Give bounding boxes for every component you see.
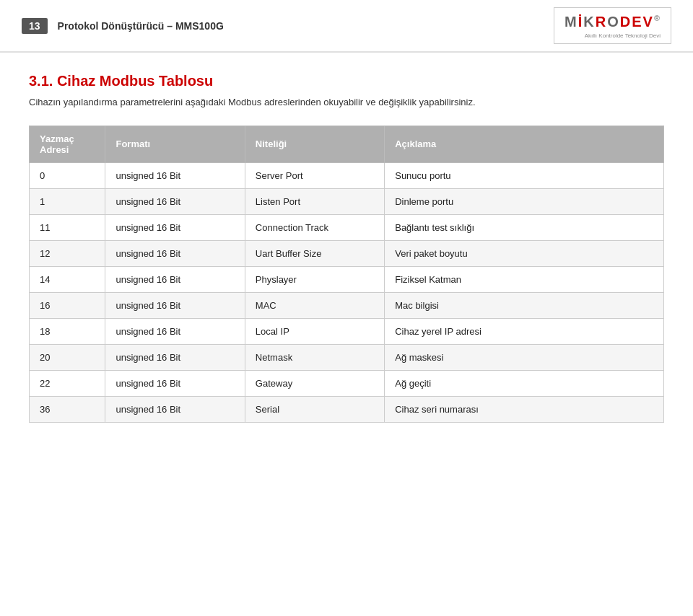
table-header: Yazmaç Adresi Formatı Niteliği Açıklama bbox=[30, 126, 664, 162]
cell-aciklama: Ağ geçiti bbox=[385, 370, 664, 396]
cell-nitelik: Connection Track bbox=[245, 214, 384, 240]
cell-aciklama: Veri paket boyutu bbox=[385, 240, 664, 266]
page-number: 13 bbox=[22, 18, 48, 34]
cell-format: unsigned 16 Bit bbox=[105, 240, 245, 266]
logo-subtitle: Akıllı Kontrolde Teknoloji Devi bbox=[585, 32, 661, 39]
table-row: 12unsigned 16 BitUart Buffer SizeVeri pa… bbox=[30, 240, 664, 266]
logo-dev: DEV bbox=[620, 14, 654, 30]
cell-nitelik: Netmask bbox=[245, 344, 384, 370]
table-row: 20unsigned 16 BitNetmaskAğ maskesi bbox=[30, 344, 664, 370]
cell-addr: 22 bbox=[30, 370, 105, 396]
logo-box: MİKRODEV® Akıllı Kontrolde Teknoloji Dev… bbox=[554, 7, 671, 44]
table-row: 0unsigned 16 BitServer PortSunucu portu bbox=[30, 162, 664, 188]
table-row: 11unsigned 16 BitConnection TrackBağlant… bbox=[30, 214, 664, 240]
col-header-nitelik: Niteliği bbox=[245, 126, 384, 162]
cell-nitelik: Listen Port bbox=[245, 188, 384, 214]
cell-addr: 1 bbox=[30, 188, 105, 214]
table-row: 18unsigned 16 BitLocal IPCihaz yerel IP … bbox=[30, 318, 664, 344]
cell-nitelik: Serial bbox=[245, 396, 384, 422]
table-row: 1unsigned 16 BitListen PortDinleme portu bbox=[30, 188, 664, 214]
cell-aciklama: Cihaz seri numarası bbox=[385, 396, 664, 422]
cell-aciklama: Cihaz yerel IP adresi bbox=[385, 318, 664, 344]
cell-format: unsigned 16 Bit bbox=[105, 214, 245, 240]
page-header: 13 Protokol Dönüştürücü – MMS100G MİKROD… bbox=[0, 0, 693, 53]
header-left: 13 Protokol Dönüştürücü – MMS100G bbox=[22, 18, 224, 34]
cell-addr: 11 bbox=[30, 214, 105, 240]
main-content: 3.1. Cihaz Modbus Tablosu Cihazın yapıla… bbox=[0, 53, 693, 443]
cell-nitelik: Gateway bbox=[245, 370, 384, 396]
cell-aciklama: Bağlantı test sıklığı bbox=[385, 214, 664, 240]
cell-addr: 12 bbox=[30, 240, 105, 266]
section-description: Cihazın yapılandırma parametrelerini aşa… bbox=[29, 95, 664, 110]
cell-aciklama: Dinleme portu bbox=[385, 188, 664, 214]
cell-addr: 18 bbox=[30, 318, 105, 344]
section-title: 3.1. Cihaz Modbus Tablosu bbox=[29, 73, 664, 89]
cell-format: unsigned 16 Bit bbox=[105, 266, 245, 292]
logo: MİKRODEV® bbox=[565, 12, 661, 31]
cell-nitelik: Physlayer bbox=[245, 266, 384, 292]
modbus-table: Yazmaç Adresi Formatı Niteliği Açıklama … bbox=[29, 126, 664, 423]
cell-aciklama: Ağ maskesi bbox=[385, 344, 664, 370]
table-body: 0unsigned 16 BitServer PortSunucu portu1… bbox=[30, 162, 664, 422]
cell-aciklama: Mac bilgisi bbox=[385, 292, 664, 318]
cell-addr: 20 bbox=[30, 344, 105, 370]
cell-nitelik: Uart Buffer Size bbox=[245, 240, 384, 266]
logo-mikro: MİKRO bbox=[565, 14, 620, 30]
cell-format: unsigned 16 Bit bbox=[105, 188, 245, 214]
cell-format: unsigned 16 Bit bbox=[105, 292, 245, 318]
col-header-addr: Yazmaç Adresi bbox=[30, 126, 105, 162]
cell-nitelik: MAC bbox=[245, 292, 384, 318]
table-row: 22unsigned 16 BitGatewayAğ geçiti bbox=[30, 370, 664, 396]
cell-aciklama: Sunucu portu bbox=[385, 162, 664, 188]
col-header-aciklama: Açıklama bbox=[385, 126, 664, 162]
table-header-row: Yazmaç Adresi Formatı Niteliği Açıklama bbox=[30, 126, 664, 162]
cell-format: unsigned 16 Bit bbox=[105, 162, 245, 188]
cell-format: unsigned 16 Bit bbox=[105, 318, 245, 344]
cell-addr: 0 bbox=[30, 162, 105, 188]
cell-format: unsigned 16 Bit bbox=[105, 396, 245, 422]
header-title: Protokol Dönüştürücü – MMS100G bbox=[58, 20, 224, 32]
cell-addr: 36 bbox=[30, 396, 105, 422]
cell-aciklama: Fiziksel Katman bbox=[385, 266, 664, 292]
cell-nitelik: Server Port bbox=[245, 162, 384, 188]
table-row: 16unsigned 16 BitMACMac bilgisi bbox=[30, 292, 664, 318]
cell-format: unsigned 16 Bit bbox=[105, 370, 245, 396]
cell-format: unsigned 16 Bit bbox=[105, 344, 245, 370]
cell-addr: 16 bbox=[30, 292, 105, 318]
col-header-format: Formatı bbox=[105, 126, 245, 162]
table-row: 14unsigned 16 BitPhyslayerFiziksel Katma… bbox=[30, 266, 664, 292]
cell-nitelik: Local IP bbox=[245, 318, 384, 344]
cell-addr: 14 bbox=[30, 266, 105, 292]
table-row: 36unsigned 16 BitSerialCihaz seri numara… bbox=[30, 396, 664, 422]
